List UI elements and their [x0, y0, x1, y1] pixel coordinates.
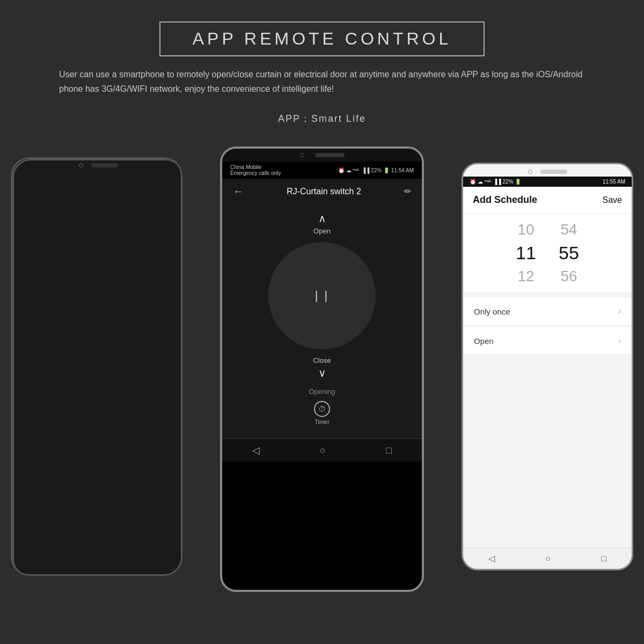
min-55[interactable]: 55	[553, 243, 585, 264]
middle-carrier: China Mobile Emergency calls only	[230, 164, 281, 176]
right-time: 11:55 AM	[603, 179, 625, 185]
option-once-arrow: ›	[618, 306, 621, 316]
control-area: ∧ Open | | Close ∨ Opening ⏱ Timer	[222, 204, 422, 438]
phones-container: CUCC 4G 15:07 T Thomas 495619660@qq.com …	[0, 147, 644, 554]
phone-middle: China Mobile Emergency calls only ⏰ ☁ ᵐ⁴…	[220, 147, 424, 592]
app-label: APP：Smart Life	[54, 112, 590, 125]
right-status-icons: ⏰ ☁ ᵐ⁴ᴸ ▐▐ 22% 🔋	[470, 179, 521, 185]
right-status-bar: ⏰ ☁ ᵐ⁴ᴸ ▐▐ 22% 🔋 11:55 AM	[463, 177, 632, 187]
schedule-header: Add Schedule Save	[463, 187, 632, 214]
schedule-title: Add Schedule	[473, 194, 537, 206]
page-title: APP REMOTE CONTROL	[193, 29, 452, 49]
close-label: Close	[313, 356, 331, 364]
option-open-arrow: ›	[618, 336, 621, 346]
home-nav-icon[interactable]: ○	[320, 445, 326, 456]
chevron-down-icon[interactable]: ∨	[318, 367, 326, 379]
option-once[interactable]: Only once ›	[463, 298, 632, 325]
title-box: APP REMOTE CONTROL	[159, 21, 485, 56]
middle-sensor-row	[222, 149, 422, 162]
edit-icon[interactable]: ✏	[404, 186, 411, 196]
hour-12: 12	[510, 268, 542, 285]
middle-app-header: ← RJ-Curtain switch 2 ✏	[222, 179, 422, 204]
open-label: Open	[313, 227, 331, 235]
timer-icon: ⏱	[314, 401, 330, 417]
time-row-2: 11 55	[463, 240, 632, 266]
phone-left: CUCC 4G 15:07 T Thomas 495619660@qq.com …	[11, 157, 182, 576]
middle-app-title: RJ-Curtain switch 2	[287, 187, 361, 196]
subtitle-text: User can use a smartphone to remotely op…	[54, 67, 590, 96]
right-speaker	[540, 170, 567, 174]
option-open[interactable]: Open ›	[463, 327, 632, 355]
pause-icon: | |	[315, 289, 330, 303]
chevron-up-icon[interactable]: ∧	[318, 212, 326, 225]
time-row-3: 12 56	[463, 266, 632, 287]
phone-right: ⏰ ☁ ᵐ⁴ᴸ ▐▐ 22% 🔋 11:55 AM Add Schedule S…	[462, 163, 633, 570]
left-speaker	[91, 163, 118, 167]
timer-label: Timer	[314, 419, 330, 425]
hour-11[interactable]: 11	[510, 243, 542, 264]
right-recents-icon[interactable]: □	[601, 554, 606, 564]
timer-section[interactable]: ⏱ Timer	[314, 401, 330, 425]
time-row-1: 10 54	[463, 219, 632, 240]
options-section: Only once › Open ›	[463, 293, 632, 360]
hour-10: 10	[510, 221, 542, 238]
close-section: Close ∨	[313, 356, 331, 379]
min-56: 56	[553, 268, 585, 285]
left-top-sensor	[12, 159, 182, 576]
right-back-icon[interactable]: ◁	[488, 553, 495, 564]
right-sensor	[528, 170, 532, 174]
circle-pause-button[interactable]: | |	[268, 242, 376, 349]
header-section: APP REMOTE CONTROL User can use a smartp…	[0, 0, 644, 147]
back-arrow-icon[interactable]: ←	[233, 185, 244, 197]
option-once-label: Only once	[474, 307, 510, 316]
open-section: ∧ Open	[313, 212, 331, 235]
middle-status-bar: China Mobile Emergency calls only ⏰ ☁ ᵐ⁴…	[222, 162, 422, 179]
middle-speaker	[315, 153, 345, 157]
right-home-icon[interactable]: ○	[545, 554, 551, 564]
time-picker: 10 54 11 55 12 56	[463, 214, 632, 293]
back-nav-icon[interactable]: ◁	[252, 444, 260, 456]
min-54: 54	[553, 221, 585, 238]
middle-bottom-nav: ◁ ○ □	[222, 438, 422, 462]
right-sensor-row	[463, 164, 632, 177]
option-open-label: Open	[474, 336, 494, 346]
recents-nav-icon[interactable]: □	[386, 445, 392, 456]
opening-label: Opening	[309, 387, 335, 396]
right-bottom-nav: ◁ ○ □	[463, 547, 632, 569]
middle-status-icons: ⏰ ☁ ᵐ⁴ᴸ ▐▐ 22% 🔋 11:54 AM	[338, 167, 414, 173]
save-button[interactable]: Save	[603, 195, 622, 205]
middle-sensor	[300, 153, 304, 157]
left-sensor-circle	[79, 163, 83, 167]
